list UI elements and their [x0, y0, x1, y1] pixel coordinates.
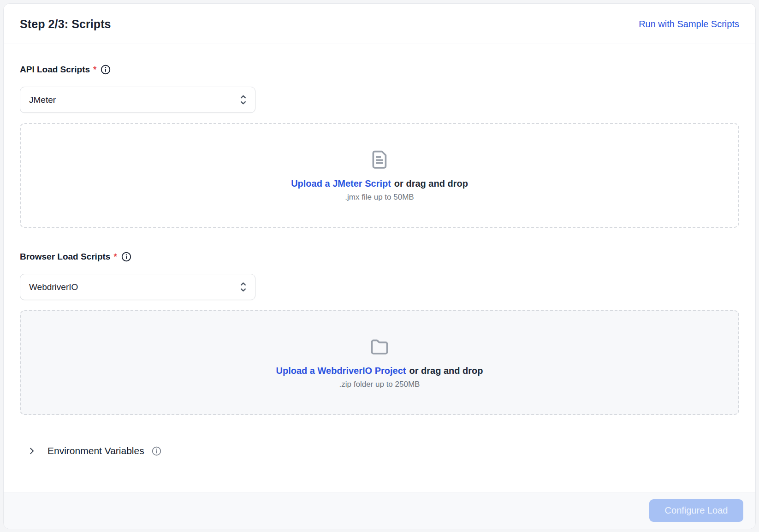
browser-script-type-value: WebdriverIO [29, 282, 78, 292]
jmx-file-hint: .jmx file up to 50MB [345, 193, 414, 202]
chevron-right-icon[interactable] [27, 446, 36, 455]
api-script-type-select[interactable]: JMeter [20, 87, 255, 113]
upload-jmeter-script-link[interactable]: Upload a JMeter Script [291, 178, 391, 189]
configure-load-button[interactable]: Configure Load [649, 499, 743, 522]
required-asterisk: * [113, 252, 117, 262]
zip-folder-hint: .zip folder up to 250MB [339, 380, 420, 389]
browser-load-scripts-label: Browser Load Scripts [20, 252, 110, 262]
drag-drop-text: or drag and drop [394, 178, 468, 189]
run-sample-scripts-link[interactable]: Run with Sample Scripts [639, 19, 739, 30]
browser-script-type-select[interactable]: WebdriverIO [20, 274, 255, 300]
info-icon[interactable] [152, 446, 161, 456]
jmeter-upload-dropzone[interactable]: Upload a JMeter Scriptor drag and drop .… [20, 123, 739, 228]
updown-chevrons-icon [239, 94, 248, 106]
page-title: Step 2/3: Scripts [20, 18, 111, 31]
api-load-scripts-label: API Load Scripts [20, 65, 90, 75]
api-load-scripts-label-row: API Load Scripts * [20, 65, 739, 75]
document-icon [369, 149, 390, 172]
api-script-type-value: JMeter [29, 95, 56, 105]
required-asterisk: * [93, 65, 96, 75]
card-content: API Load Scripts * JMeter [4, 43, 755, 492]
card-header: Step 2/3: Scripts Run with Sample Script… [4, 4, 755, 43]
upload-webdriverio-project-link[interactable]: Upload a WebdriverIO Project [276, 366, 406, 376]
upload-instruction: Upload a JMeter Scriptor drag and drop [291, 178, 468, 189]
drag-drop-text: or drag and drop [409, 366, 483, 376]
browser-load-scripts-label-row: Browser Load Scripts * [20, 252, 739, 262]
folder-icon [369, 336, 390, 359]
updown-chevrons-icon [239, 281, 248, 293]
environment-variables-label[interactable]: Environment Variables [47, 445, 144, 456]
environment-variables-row[interactable]: Environment Variables [20, 445, 739, 456]
info-icon[interactable] [101, 65, 111, 75]
scripts-step-card: Step 2/3: Scripts Run with Sample Script… [3, 3, 756, 529]
webdriverio-upload-dropzone[interactable]: Upload a WebdriverIO Projector drag and … [20, 310, 739, 415]
card-footer: Configure Load [4, 492, 755, 529]
info-icon[interactable] [121, 252, 131, 262]
upload-instruction: Upload a WebdriverIO Projector drag and … [276, 366, 483, 376]
